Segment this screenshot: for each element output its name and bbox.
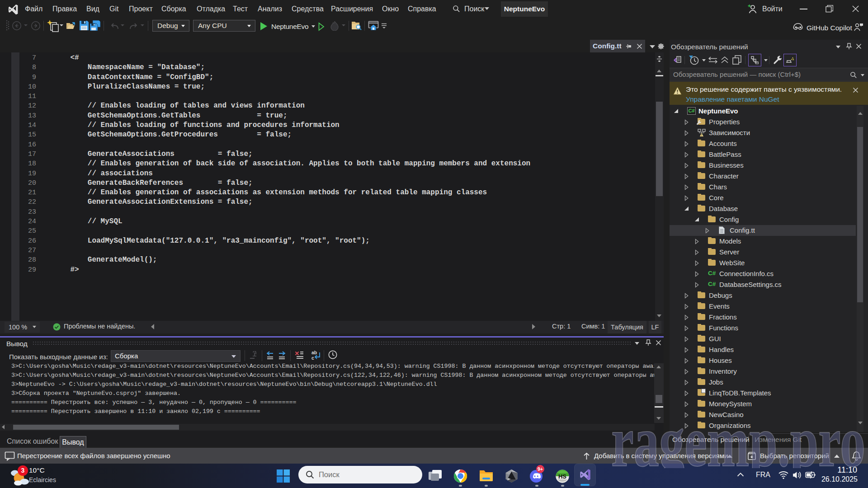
svg-text:c: c <box>311 355 314 361</box>
svg-text:HS: HS <box>558 473 566 480</box>
svg-text:ab: ab <box>311 350 317 355</box>
svg-text:!: ! <box>701 133 702 136</box>
